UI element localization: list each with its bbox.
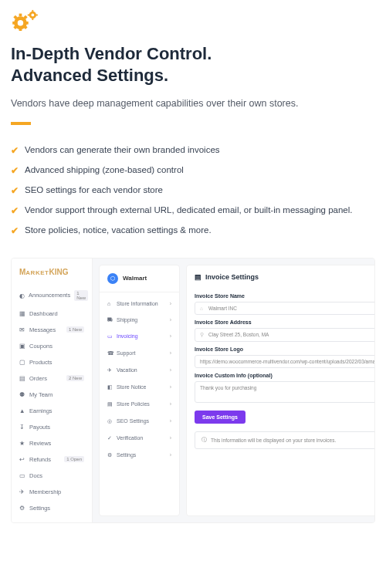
- store-name-input[interactable]: ⌂Walmart INC: [195, 302, 375, 315]
- nav-icon: ◐: [19, 292, 25, 299]
- settings-label: SEO Settings: [117, 418, 149, 424]
- settings-item-settings[interactable]: ⚙Settings›: [100, 447, 179, 464]
- nav-label: Coupons: [29, 343, 52, 350]
- svg-rect-2: [12, 22, 15, 25]
- custom-info-input[interactable]: Thank you for purchasing: [195, 381, 375, 403]
- invoice-settings-panel: ▤ Invoice Settings Invoice Store Name ⌂W…: [186, 265, 375, 516]
- nav-label: Docs: [29, 472, 42, 479]
- settings-label: Vacation: [117, 367, 137, 373]
- nav-label: Announcements: [29, 292, 70, 299]
- settings-item-store-information[interactable]: ⌂Store Information›: [100, 296, 179, 312]
- sidebar: MARKETKING ◐Announcements1 New▦Dashboard…: [12, 259, 93, 522]
- sidebar-item-membership[interactable]: ✈Membership: [12, 484, 92, 500]
- svg-rect-3: [25, 22, 29, 25]
- check-icon: ✔: [11, 165, 19, 176]
- settings-icon: ⛟: [107, 317, 113, 323]
- sidebar-item-announcements[interactable]: ◐Announcements1 New: [12, 286, 92, 306]
- document-icon: ▤: [195, 273, 201, 281]
- nav-label: Payouts: [29, 424, 50, 431]
- feature-item: ✔Advanced shipping (zone-based) control: [11, 161, 375, 181]
- sidebar-item-refunds[interactable]: ↩Refunds1 Open: [12, 451, 92, 468]
- svg-rect-1: [19, 28, 22, 31]
- sidebar-item-orders[interactable]: ▤Orders2 New: [12, 370, 92, 387]
- nav-label: Membership: [29, 488, 61, 495]
- nav-icon: ↩: [19, 456, 25, 462]
- settings-item-store-notice[interactable]: ◧Store Notice›: [100, 379, 179, 396]
- svg-point-9: [31, 14, 34, 17]
- sidebar-item-coupons[interactable]: ▣Coupons: [12, 338, 92, 354]
- nav-label: Dashboard: [29, 310, 58, 317]
- sidebar-item-reviews[interactable]: ★Reviews: [12, 435, 92, 451]
- brand-logo: MARKETKING: [12, 265, 92, 286]
- store-address-input[interactable]: ⚲Clay Street 25, Boston, MA: [195, 328, 375, 342]
- settings-label: Store Policies: [117, 401, 150, 407]
- nav-label: Messages: [29, 326, 56, 333]
- chevron-right-icon: ›: [170, 452, 171, 458]
- nav-label: Settings: [29, 505, 50, 512]
- sidebar-item-messages[interactable]: ✉Messages1 New: [12, 322, 92, 338]
- nav-label: My Team: [29, 391, 52, 398]
- chevron-right-icon: ›: [170, 333, 171, 339]
- sidebar-item-earnings[interactable]: ▲Earnings: [12, 403, 92, 419]
- info-icon: ⓘ: [201, 437, 207, 444]
- nav-label: Refunds: [29, 456, 51, 463]
- gears-icon: [11, 9, 375, 34]
- badge: 1 New: [74, 290, 88, 301]
- sidebar-item-payouts[interactable]: ↧Payouts: [12, 419, 92, 435]
- chevron-right-icon: ›: [170, 350, 171, 356]
- settings-icon: ▤: [107, 401, 113, 407]
- vendor-avatar: ⬡: [107, 273, 118, 284]
- settings-icon: ◎: [107, 418, 113, 424]
- sidebar-item-products[interactable]: ▢Products: [12, 354, 92, 370]
- page-subhead: Vendors have deep management capabilitie…: [11, 96, 375, 111]
- sidebar-item-settings[interactable]: ⚙Settings: [12, 500, 92, 516]
- nav-icon: ▢: [19, 359, 25, 365]
- nav-label: Earnings: [29, 407, 52, 414]
- nav-label: Reviews: [29, 440, 51, 447]
- nav-icon: ⚉: [19, 391, 25, 397]
- field-label: Invoice Custom Info (optional): [195, 373, 375, 378]
- save-settings-button[interactable]: Save Settings: [195, 411, 245, 424]
- settings-label: Invoicing: [117, 333, 138, 339]
- chevron-right-icon: ›: [170, 317, 171, 323]
- settings-label: Support: [117, 350, 136, 356]
- nav-icon: ▭: [19, 472, 25, 478]
- sidebar-item-dashboard[interactable]: ▦Dashboard: [12, 306, 92, 322]
- field-label: Invoice Store Logo: [195, 346, 375, 352]
- sidebar-item-docs[interactable]: ▭Docs: [12, 468, 92, 484]
- store-logo-input[interactable]: https://demo.woocommerce-multivendor.com…: [195, 355, 375, 368]
- feature-item: ✔SEO settings for each vendor store: [11, 181, 375, 201]
- settings-item-store-policies[interactable]: ▤Store Policies›: [100, 396, 179, 413]
- settings-item-support[interactable]: ☎Support›: [100, 345, 179, 362]
- settings-item-shipping[interactable]: ⛟Shipping›: [100, 312, 179, 328]
- settings-item-vacation[interactable]: ✈Vacation›: [100, 362, 179, 379]
- svg-rect-11: [32, 18, 33, 20]
- settings-item-verification[interactable]: ✓Verification›: [100, 430, 179, 447]
- dashboard-screenshot: MARKETKING ◐Announcements1 New▦Dashboard…: [11, 258, 375, 523]
- settings-icon: ◧: [107, 384, 113, 390]
- svg-rect-0: [19, 14, 22, 17]
- settings-nav: ⬡ Walmart ⌂Store Information›⛟Shipping›▭…: [99, 265, 180, 516]
- settings-icon: ✈: [107, 367, 113, 373]
- check-icon: ✔: [11, 185, 19, 196]
- settings-icon: ☎: [107, 350, 113, 357]
- nav-label: Products: [29, 359, 52, 366]
- nav-icon: ▤: [19, 375, 25, 381]
- chevron-right-icon: ›: [170, 367, 171, 373]
- chevron-right-icon: ›: [170, 418, 171, 424]
- svg-rect-12: [28, 15, 30, 16]
- badge: 1 Open: [64, 456, 84, 462]
- settings-item-seo-settings[interactable]: ◎SEO Settings›: [100, 413, 179, 430]
- info-note: ⓘ This information will be displayed on …: [195, 431, 375, 449]
- settings-icon: ⚙: [107, 452, 113, 458]
- nav-icon: ▲: [19, 407, 25, 414]
- chevron-right-icon: ›: [170, 384, 171, 390]
- sidebar-item-my-team[interactable]: ⚉My Team: [12, 387, 92, 403]
- check-icon: ✔: [11, 225, 19, 236]
- settings-label: Verification: [117, 435, 143, 441]
- store-icon: ⌂: [200, 306, 205, 311]
- vendor-header: ⬡ Walmart: [100, 273, 179, 292]
- settings-icon: ⌂: [107, 301, 113, 306]
- settings-label: Settings: [117, 452, 136, 458]
- settings-item-invoicing[interactable]: ▭Invoicing›: [100, 328, 179, 345]
